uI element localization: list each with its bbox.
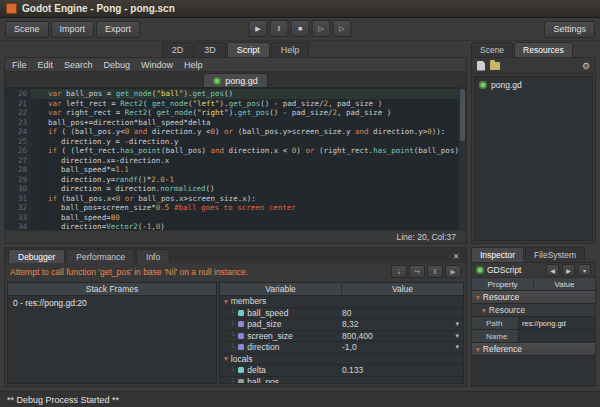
- fold-arrow-icon[interactable]: ▾: [224, 354, 228, 363]
- stack-frame-row[interactable]: 0 - res://pong.gd:20: [8, 296, 216, 310]
- code-line[interactable]: 31›if (ball_pos.x<0 or ball_pos.x>screen…: [5, 194, 466, 204]
- variable-row[interactable]: └delta0.133: [220, 365, 463, 377]
- workspace-tab-2d[interactable]: 2D: [162, 42, 194, 57]
- code-line[interactable]: 27››direction.x=-direction.x: [5, 156, 466, 166]
- variable-row[interactable]: └pad_size8,32▾: [220, 319, 463, 331]
- line-number[interactable]: 31: [5, 194, 31, 204]
- expand-arrow-icon[interactable]: ▾: [455, 320, 459, 328]
- toolbar-import-button[interactable]: Import: [51, 21, 95, 38]
- break-button[interactable]: ‖: [427, 265, 443, 278]
- debugger-tab-debugger[interactable]: Debugger: [8, 249, 65, 263]
- line-number[interactable]: 20: [5, 89, 31, 99]
- load-resource-icon[interactable]: [490, 62, 500, 70]
- line-number[interactable]: 25: [5, 137, 31, 147]
- fold-arrow-icon[interactable]: ▾: [482, 306, 486, 315]
- menu-debug[interactable]: Debug: [104, 60, 131, 70]
- menu-help[interactable]: Help: [184, 60, 203, 70]
- toolbar-export-button[interactable]: Export: [96, 21, 140, 38]
- code-line[interactable]: 29››direction.y=randf()*2.0-1: [5, 175, 466, 185]
- line-number[interactable]: 33: [5, 213, 31, 223]
- code-line[interactable]: 21›var left_rect = Rect2( get_node("left…: [5, 99, 466, 109]
- code-editor[interactable]: 20›var ball_pos = get_node("ball").get_p…: [5, 87, 466, 230]
- dock-tab-inspector[interactable]: Inspector: [471, 247, 524, 262]
- dock-tab-filesystem[interactable]: FileSystem: [525, 247, 585, 262]
- variable-row[interactable]: └ball_pos: [220, 377, 463, 385]
- property-value[interactable]: res://pong.gd: [519, 317, 595, 329]
- line-number[interactable]: 30: [5, 184, 31, 194]
- debugger-tab-info[interactable]: Info: [136, 249, 170, 263]
- inspector-property-row[interactable]: Name: [472, 330, 595, 343]
- line-number[interactable]: 34: [5, 222, 31, 230]
- menu-edit[interactable]: Edit: [38, 60, 54, 70]
- stop-button[interactable]: ■: [291, 20, 310, 37]
- play-scene-button[interactable]: ▷: [312, 20, 331, 37]
- step-into-button[interactable]: ⇣: [391, 265, 407, 278]
- fold-arrow-icon[interactable]: ▾: [476, 293, 480, 302]
- line-number[interactable]: 26: [5, 146, 31, 156]
- line-number[interactable]: 23: [5, 118, 31, 128]
- code-line[interactable]: 20›var ball_pos = get_node("ball").get_p…: [5, 89, 466, 99]
- dock-tab-scene[interactable]: Scene: [471, 42, 513, 57]
- line-number[interactable]: 28: [5, 165, 31, 175]
- code-scrollbar-thumb[interactable]: [460, 89, 465, 141]
- title-bar[interactable]: Godot Engine - Pong - pong.scn: [0, 0, 600, 18]
- inspector-category[interactable]: ▾Resource: [472, 291, 595, 304]
- code-line[interactable]: 24›if ( (ball_pos.y<0 and direction.y <0…: [5, 127, 466, 137]
- code-line[interactable]: 25››direction.y = -direction.y: [5, 137, 466, 147]
- variables-tree: ▾members└ball_speed80└pad_size8,32▾└scre…: [220, 296, 463, 384]
- line-number[interactable]: 27: [5, 156, 31, 166]
- code-line[interactable]: 34››direction=Vector2(-1,0): [5, 222, 466, 230]
- object-menu-icon[interactable]: ▾: [578, 264, 591, 276]
- play-button[interactable]: ▶: [249, 20, 268, 37]
- line-number[interactable]: 32: [5, 203, 31, 213]
- toolbar-scene-button[interactable]: Scene: [5, 21, 49, 38]
- fold-arrow-icon[interactable]: ▾: [476, 345, 480, 354]
- code-line[interactable]: 22›var right_rect = Rect2( get_node("rig…: [5, 108, 466, 118]
- variable-row[interactable]: └screen_size800,400▾: [220, 331, 463, 343]
- variable-group-row[interactable]: ▾members: [220, 296, 463, 308]
- code-line[interactable]: 32››ball_pos=screen_size*0.5 #ball goes …: [5, 203, 466, 213]
- step-over-button[interactable]: ↪: [409, 265, 425, 278]
- menu-window[interactable]: Window: [141, 60, 173, 70]
- code-line[interactable]: 23›ball_pos+=direction*ball_speed*delta: [5, 118, 466, 128]
- script-tab-pong[interactable]: pong.gd: [203, 73, 268, 87]
- dock-tab-resources[interactable]: Resources: [514, 42, 573, 57]
- workspace-tab-3d[interactable]: 3D: [194, 42, 226, 57]
- continue-button[interactable]: ▶: [445, 265, 461, 278]
- menu-file[interactable]: File: [12, 60, 27, 70]
- debugger-tab-performance[interactable]: Performance: [66, 249, 135, 263]
- inspector-group[interactable]: ▾Resource: [472, 304, 595, 317]
- variable-row[interactable]: └direction-1,0▾: [220, 342, 463, 354]
- line-number[interactable]: 24: [5, 127, 31, 137]
- workspace-tab-script[interactable]: Script: [227, 42, 270, 57]
- menu-search[interactable]: Search: [64, 60, 93, 70]
- workspace-tab-help[interactable]: Help: [271, 42, 310, 57]
- fold-arrow-icon[interactable]: ▾: [224, 297, 228, 306]
- code-token: (ball_pos): [161, 146, 211, 155]
- play-custom-button[interactable]: ▷: [333, 20, 352, 37]
- history-back-icon[interactable]: ◀: [546, 264, 559, 276]
- tools-gear-icon[interactable]: ⚙: [582, 61, 590, 71]
- new-resource-icon[interactable]: [477, 61, 485, 71]
- line-number[interactable]: 22: [5, 108, 31, 118]
- history-forward-icon[interactable]: ▶: [562, 264, 575, 276]
- float-type-icon: [238, 367, 244, 373]
- variable-group-row[interactable]: ▾locals: [220, 354, 463, 366]
- line-number[interactable]: 29: [5, 175, 31, 185]
- inspector-property-row[interactable]: Pathres://pong.gd: [472, 317, 595, 330]
- line-number[interactable]: 21: [5, 99, 31, 109]
- code-scrollbar[interactable]: [459, 87, 466, 230]
- variable-row[interactable]: └ball_speed80: [220, 308, 463, 320]
- close-icon[interactable]: ✕: [450, 250, 462, 262]
- code-line[interactable]: 30››direction = direction.normalized(): [5, 184, 466, 194]
- code-line[interactable]: 26›if ( (left_rect.has_point(ball_pos) a…: [5, 146, 466, 156]
- settings-button[interactable]: Settings: [544, 21, 595, 38]
- expand-arrow-icon[interactable]: ▾: [455, 343, 459, 351]
- code-line[interactable]: 33››ball_speed=80: [5, 213, 466, 223]
- code-line[interactable]: 28››ball_speed*=1.1: [5, 165, 466, 175]
- expand-arrow-icon[interactable]: ▾: [455, 332, 459, 340]
- inspector-category[interactable]: ▾Reference: [472, 343, 595, 356]
- resource-list-item[interactable]: pong.gd: [475, 78, 592, 91]
- pause-button[interactable]: ‖: [270, 20, 289, 37]
- property-value[interactable]: [519, 330, 595, 342]
